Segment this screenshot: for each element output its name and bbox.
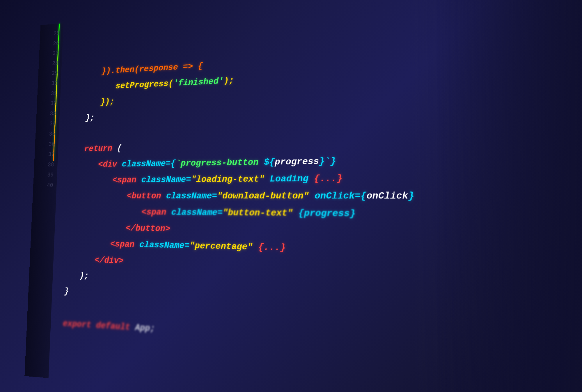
code-token-tag: <button [127, 191, 161, 201]
line-num: 29 [52, 68, 58, 79]
code-token: setProgress( [116, 78, 173, 91]
code-token-string: "download-button" [217, 191, 309, 201]
code-token-tag: <div [98, 159, 117, 169]
code-container: 25 26 27 28 29 30 31 32 33 34 35 36 37 3… [24, 0, 582, 392]
code-token-keyword: return [84, 143, 113, 154]
code-token-string: "loading-text" [191, 174, 265, 185]
code-token-attr: className= [134, 240, 189, 251]
line-num: 31 [51, 88, 57, 99]
code-token-attr: className={ [117, 158, 176, 169]
code-token-tag: <span [141, 207, 166, 218]
code-token-keyword: default [91, 320, 130, 333]
code-token: }); [100, 97, 115, 107]
line-num: 30 [51, 78, 58, 89]
code-token: }; [85, 113, 95, 123]
line-num: 37 [48, 150, 55, 160]
line-num: 28 [52, 58, 58, 69]
code-token-template: `progress-button [175, 157, 264, 168]
code-token-keyword: export [63, 319, 91, 331]
code-token: ( [112, 143, 122, 154]
code-token-string: "button-text" [223, 207, 293, 219]
code-token-string: "percentage" [189, 241, 253, 253]
code-token: {...} [253, 242, 285, 253]
line-num: 32 [50, 99, 57, 109]
line-num: 40 [47, 180, 53, 191]
code-token: Loading [264, 173, 308, 185]
code-token: } [64, 286, 69, 297]
line-num: 27 [52, 48, 59, 59]
line-num: 39 [47, 170, 54, 180]
code-token: {progress} [293, 208, 356, 219]
code-token: {...} [308, 173, 343, 184]
code-token: App; [130, 322, 155, 334]
code-token: ); [223, 75, 234, 86]
line-num: 34 [49, 119, 56, 129]
code-token-tag: <span [112, 175, 137, 185]
code-token-tag: </div> [95, 255, 124, 266]
code-token: response [139, 62, 178, 74]
code-token-tag: </button> [126, 223, 171, 234]
code-lines: }).then(response => { setProgress('finis… [51, 0, 582, 392]
code-token: => { [178, 61, 203, 72]
code-token-var: progress [275, 156, 319, 167]
line-num: 38 [47, 160, 54, 170]
code-line-33: <button className="download-button" onCl… [68, 186, 582, 206]
code-token: ${ [264, 157, 275, 167]
code-token-tag: <span [110, 239, 134, 250]
code-token-attr: className= [136, 174, 191, 185]
code-token: }`} [319, 156, 336, 167]
code-token-string: 'finished' [173, 76, 224, 88]
line-num: 26 [53, 38, 59, 49]
code-token-var: onClick [366, 190, 408, 202]
code-editor: 25 26 27 28 29 30 31 32 33 34 35 36 37 3… [0, 0, 582, 392]
code-token-attr: className= [161, 191, 217, 201]
line-num: 35 [49, 129, 56, 139]
code-token: }).then( [101, 65, 139, 76]
line-num: 36 [48, 139, 55, 150]
code-token: } [408, 190, 414, 202]
code-token: ); [79, 271, 89, 281]
line-num: 25 [53, 29, 60, 39]
code-token-attr: onClick={ [309, 190, 367, 201]
code-token-attr: className= [166, 207, 223, 218]
line-num: 33 [50, 109, 56, 119]
